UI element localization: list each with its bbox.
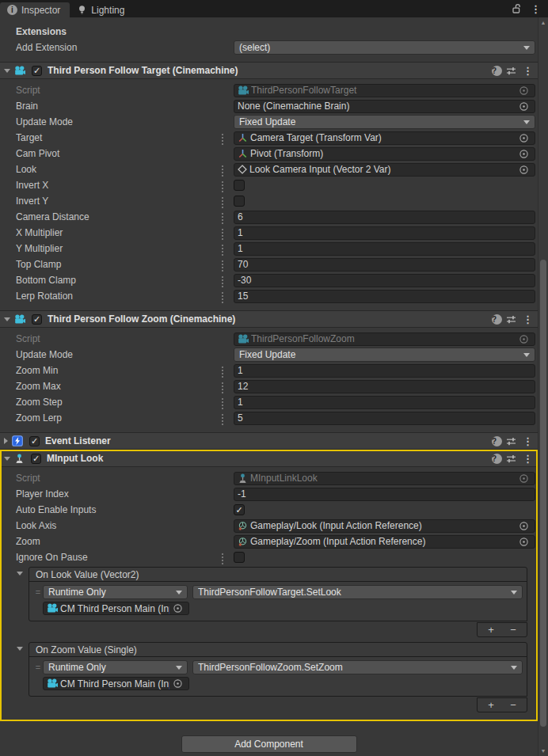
invert-y-checkbox[interactable]	[234, 196, 245, 207]
ignore-on-pause-checkbox[interactable]	[234, 552, 245, 563]
add-event-button[interactable]: +	[482, 625, 500, 635]
component-header[interactable]: Third Person Follow Zoom (Cinemachine)? …	[0, 310, 538, 328]
drag-dots-icon[interactable]	[222, 248, 223, 249]
kebab-menu-icon[interactable]: ⋮	[523, 66, 533, 76]
player-index-field[interactable]: -1	[234, 488, 535, 501]
drag-dots-icon[interactable]	[222, 264, 223, 265]
object-picker-icon[interactable]	[519, 473, 531, 484]
component-header[interactable]: MInput Look? ⋮	[0, 450, 538, 467]
lerp-rotation-field[interactable]: 15	[234, 290, 535, 303]
zoom-lerp-field[interactable]: 5	[234, 412, 535, 425]
add-component-button[interactable]: Add Component	[181, 735, 357, 753]
drag-dots-icon[interactable]	[222, 216, 223, 218]
object-picker-icon[interactable]	[519, 521, 531, 531]
event-mode-dropdown[interactable]: Runtime Only	[43, 585, 188, 599]
kebab-menu-icon[interactable]: ⋮	[523, 454, 533, 464]
drag-dots-icon[interactable]	[222, 417, 223, 419]
script-field[interactable]: ThirdPersonFollowZoom	[234, 332, 535, 346]
foldout-icon[interactable]	[17, 647, 23, 651]
update-mode-dropdown[interactable]: Fixed Update	[234, 115, 535, 129]
help-icon[interactable]: ?	[492, 454, 502, 464]
zoom-field[interactable]: Gameplay/Zoom (Input Action Reference)	[234, 535, 535, 549]
zoom-step-field[interactable]: 1	[234, 396, 535, 409]
bottom-clamp-field[interactable]: -30	[234, 274, 535, 287]
add-event-button[interactable]: +	[482, 700, 500, 710]
brain-field[interactable]: None (Cinemachine Brain)	[234, 100, 535, 113]
enable-checkbox[interactable]	[31, 454, 41, 464]
cam-pivot-field[interactable]: Pivot (Transform)	[234, 147, 535, 161]
drag-handle-icon[interactable]: =	[33, 663, 43, 672]
kebab-menu-icon[interactable]: ⋮	[531, 4, 541, 14]
presets-icon[interactable]	[506, 454, 519, 464]
object-picker-icon[interactable]	[519, 149, 531, 159]
help-icon[interactable]: ?	[492, 436, 502, 446]
drag-dots-icon[interactable]	[222, 401, 223, 403]
script-field[interactable]: MInputLinkLook	[234, 472, 535, 485]
object-picker-icon[interactable]	[519, 537, 531, 547]
component-header[interactable]: Third Person Follow Target (Cinemachine)…	[0, 62, 538, 79]
event-mode-dropdown[interactable]: Runtime Only	[43, 660, 188, 674]
kebab-menu-icon[interactable]: ⋮	[523, 436, 533, 446]
remove-event-button[interactable]: −	[504, 625, 522, 635]
drag-dots-icon[interactable]	[222, 169, 223, 170]
enable-checkbox[interactable]	[32, 66, 42, 76]
event-target-field[interactable]: CM Third Person Main (Inp	[43, 602, 189, 615]
help-icon[interactable]: ?	[492, 66, 502, 76]
event-target-field[interactable]: CM Third Person Main (Inp	[43, 677, 189, 690]
enable-checkbox[interactable]	[32, 314, 42, 325]
invert-x-checkbox[interactable]	[234, 180, 245, 191]
look-field[interactable]: Look Camera Input (Vector 2 Var)	[234, 163, 535, 177]
tab-inspector[interactable]: i Inspector	[0, 2, 70, 17]
target-field[interactable]: Camera Target (Transform Var)	[234, 131, 535, 145]
object-picker-icon[interactable]	[173, 603, 185, 614]
top-clamp-field[interactable]: 70	[234, 258, 535, 272]
presets-icon[interactable]	[506, 314, 519, 325]
look-axis-field[interactable]: Gameplay/Look (Input Action Reference)	[234, 519, 535, 533]
kebab-menu-icon[interactable]: ⋮	[523, 314, 533, 325]
help-icon[interactable]: ?	[492, 314, 502, 325]
scroll-down-icon[interactable]: ▼	[538, 748, 548, 754]
event-method-dropdown[interactable]: ThirdPersonFollowTarget.SetLook	[192, 585, 523, 599]
add-extension-dropdown[interactable]: (select)	[234, 40, 535, 55]
tab-lighting[interactable]: Lighting	[70, 2, 134, 17]
unlock-icon[interactable]	[511, 3, 521, 14]
drag-dots-icon[interactable]	[222, 279, 223, 281]
object-picker-icon[interactable]	[173, 678, 185, 689]
x-multiplier-field[interactable]: 1	[234, 226, 535, 240]
zoom-max-field[interactable]: 12	[234, 380, 535, 393]
foldout-icon[interactable]	[4, 438, 8, 444]
vertical-scrollbar[interactable]: ▲ ▼	[538, 17, 548, 756]
drag-dots-icon[interactable]	[222, 386, 223, 387]
remove-event-button[interactable]: −	[504, 700, 522, 710]
drag-dots-icon[interactable]	[222, 232, 223, 234]
foldout-icon[interactable]	[17, 572, 23, 576]
scroll-up-icon[interactable]: ▲	[538, 20, 548, 25]
presets-icon[interactable]	[506, 436, 519, 446]
foldout-icon[interactable]	[4, 457, 10, 461]
object-picker-icon[interactable]	[519, 85, 531, 96]
object-picker-icon[interactable]	[519, 334, 531, 344]
drag-dots-icon[interactable]	[222, 557, 223, 558]
object-picker-icon[interactable]	[519, 101, 531, 112]
foldout-icon[interactable]	[4, 69, 10, 73]
object-picker-icon[interactable]	[519, 165, 531, 175]
drag-dots-icon[interactable]	[222, 295, 223, 297]
foldout-icon[interactable]	[4, 317, 10, 321]
drag-dots-icon[interactable]	[222, 200, 223, 202]
drag-dots-icon[interactable]	[222, 184, 223, 186]
update-mode-dropdown[interactable]: Fixed Update	[234, 348, 535, 362]
component-header[interactable]: Event Listener? ⋮	[0, 432, 538, 450]
event-method-dropdown[interactable]: ThirdPersonFollowZoom.SetZoom	[192, 660, 523, 674]
script-field[interactable]: ThirdPersonFollowTarget	[234, 84, 535, 97]
presets-icon[interactable]	[506, 66, 519, 76]
y-multiplier-field[interactable]: 1	[234, 242, 535, 256]
zoom-min-field[interactable]: 1	[234, 364, 535, 378]
enable-checkbox[interactable]	[29, 436, 40, 446]
object-picker-icon[interactable]	[519, 133, 531, 143]
drag-handle-icon[interactable]: =	[33, 587, 43, 597]
camera-distance-field[interactable]: 6	[234, 211, 535, 224]
scrollbar-thumb[interactable]	[540, 260, 546, 727]
drag-dots-icon[interactable]	[222, 370, 223, 371]
drag-dots-icon[interactable]	[222, 137, 223, 139]
auto-enable-inputs-checkbox[interactable]	[234, 504, 245, 515]
